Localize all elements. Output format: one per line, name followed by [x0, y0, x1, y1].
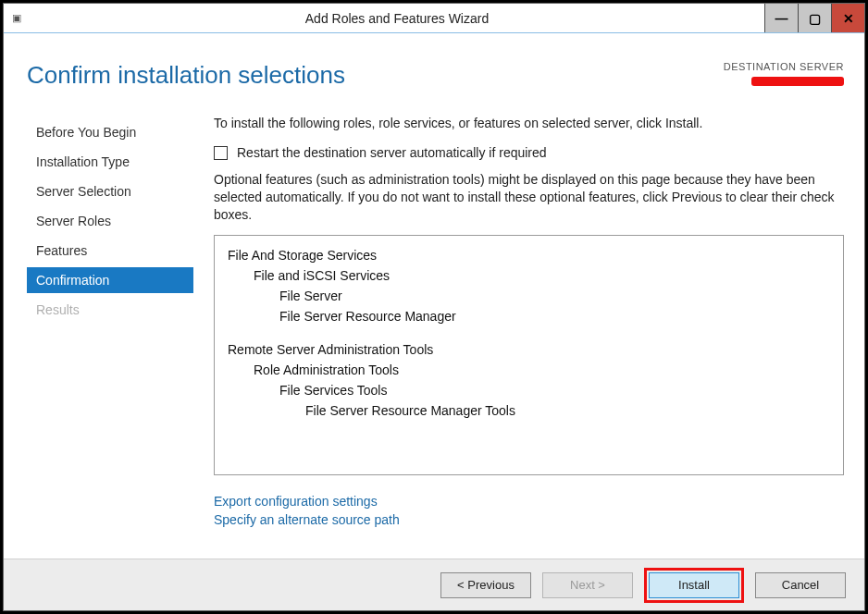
minimize-button[interactable]: — — [764, 4, 798, 32]
content-area: Confirm installation selections DESTINAT… — [4, 33, 864, 559]
install-highlight: Install — [644, 568, 744, 603]
tree-item: File Services Tools — [228, 380, 830, 400]
tree-item: File Server Resource Manager — [228, 306, 830, 326]
cancel-button[interactable]: Cancel — [755, 572, 846, 598]
links-area: Export configuration settings Specify an… — [214, 492, 844, 529]
nav-server-selection[interactable]: Server Selection — [27, 178, 193, 204]
destination-server-redacted — [751, 77, 844, 86]
tree-item: Remote Server Administration Tools — [228, 339, 830, 360]
wizard-nav: Before You Begin Installation Type Serve… — [27, 116, 193, 559]
destination-server-label: DESTINATION SERVER — [724, 61, 844, 72]
title-bar: ▣ Add Roles and Features Wizard — ▢ ✕ — [4, 4, 864, 33]
next-button: Next > — [542, 572, 633, 598]
tree-item: File And Storage Services — [228, 245, 830, 265]
nav-confirmation[interactable]: Confirmation — [27, 267, 193, 293]
previous-button[interactable]: < Previous — [440, 572, 531, 598]
nav-installation-type[interactable]: Installation Type — [27, 149, 193, 175]
window-title: Add Roles and Features Wizard — [30, 4, 764, 32]
selections-box[interactable]: File And Storage Services File and iSCSI… — [214, 235, 844, 475]
nav-before-you-begin[interactable]: Before You Begin — [27, 119, 193, 145]
app-icon: ▣ — [4, 4, 30, 32]
restart-checkbox[interactable] — [214, 146, 228, 160]
optional-features-text: Optional features (such as administratio… — [214, 171, 844, 224]
restart-label: Restart the destination server automatic… — [237, 145, 547, 160]
export-config-link[interactable]: Export configuration settings — [214, 492, 844, 510]
window-controls: — ▢ ✕ — [764, 4, 864, 32]
intro-text: To install the following roles, role ser… — [214, 116, 844, 130]
tree-item: File Server — [228, 286, 830, 306]
nav-server-roles[interactable]: Server Roles — [27, 208, 193, 234]
close-button[interactable]: ✕ — [831, 4, 864, 32]
restart-row: Restart the destination server automatic… — [214, 145, 844, 160]
tree-item: File and iSCSI Services — [228, 265, 830, 286]
wizard-window: ▣ Add Roles and Features Wizard — ▢ ✕ Co… — [3, 3, 865, 611]
nav-results: Results — [27, 297, 193, 323]
main-panel: To install the following roles, role ser… — [214, 116, 846, 559]
maximize-button[interactable]: ▢ — [798, 4, 831, 32]
alternate-source-link[interactable]: Specify an alternate source path — [214, 510, 844, 529]
tree-item: Role Administration Tools — [228, 360, 830, 380]
install-button[interactable]: Install — [649, 572, 739, 598]
footer-bar: < Previous Next > Install Cancel — [4, 559, 864, 610]
tree-item: File Server Resource Manager Tools — [228, 400, 830, 421]
nav-features[interactable]: Features — [27, 238, 193, 264]
body-columns: Before You Begin Installation Type Serve… — [27, 116, 846, 559]
